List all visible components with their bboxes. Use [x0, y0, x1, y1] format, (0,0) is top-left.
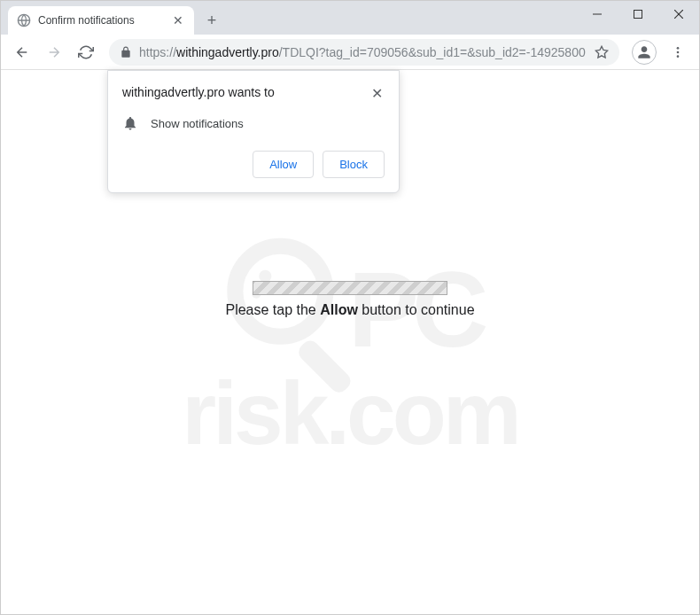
window-controls: [577, 1, 699, 27]
msg-bold: Allow: [320, 302, 358, 317]
browser-toolbar: https://withingadvertly.pro/TDLQI?tag_id…: [1, 35, 699, 70]
tab-close-icon[interactable]: ✕: [171, 13, 185, 27]
back-button[interactable]: [8, 38, 36, 66]
forward-button[interactable]: [40, 38, 68, 66]
msg-pre: Please tap the: [225, 302, 320, 317]
allow-button[interactable]: Allow: [253, 151, 314, 178]
svg-point-6: [677, 47, 680, 50]
globe-icon: [17, 13, 31, 27]
profile-avatar-button[interactable]: [632, 40, 657, 65]
url-host: withingadvertly.pro: [176, 45, 279, 59]
minimize-button[interactable]: [577, 1, 618, 27]
lock-icon: [120, 46, 132, 58]
svg-marker-5: [595, 46, 607, 58]
svg-point-8: [677, 55, 680, 58]
page-message-area: Please tap the Allow button to continue: [1, 281, 699, 318]
block-button[interactable]: Block: [323, 151, 385, 178]
permission-item-text: Show notifications: [151, 117, 244, 130]
browser-tab[interactable]: Confirm notifications ✕: [8, 6, 194, 35]
new-tab-button[interactable]: +: [199, 8, 224, 33]
watermark-text-bottom: risk.com: [182, 362, 517, 464]
address-bar[interactable]: https://withingadvertly.pro/TDLQI?tag_id…: [109, 39, 619, 66]
msg-post: button to continue: [358, 302, 475, 317]
bell-icon: [122, 115, 138, 131]
reload-button[interactable]: [72, 38, 100, 66]
browser-menu-button[interactable]: [664, 38, 692, 66]
close-window-button[interactable]: [658, 1, 699, 27]
url-protocol: https://: [139, 45, 176, 59]
browser-titlebar: Confirm notifications ✕ +: [1, 1, 699, 35]
tab-title: Confirm notifications: [38, 14, 171, 27]
notification-permission-popup: withingadvertly.pro wants to ✕ Show noti…: [107, 70, 400, 193]
permission-title: withingadvertly.pro wants to: [122, 85, 275, 99]
close-icon[interactable]: ✕: [369, 85, 385, 103]
url-path: /TDLQI?tag_id=709056&sub_id1=&sub_id2=-1…: [279, 45, 586, 59]
svg-rect-2: [634, 11, 642, 19]
maximize-button[interactable]: [618, 1, 658, 27]
watermark: PC risk.com: [182, 238, 517, 464]
progress-bar: [253, 281, 447, 295]
page-message: Please tap the Allow button to continue: [1, 302, 699, 318]
page-content: PC risk.com withingadvertly.pro wants to…: [1, 70, 699, 614]
svg-point-7: [677, 51, 680, 53]
bookmark-star-icon[interactable]: [589, 45, 609, 59]
